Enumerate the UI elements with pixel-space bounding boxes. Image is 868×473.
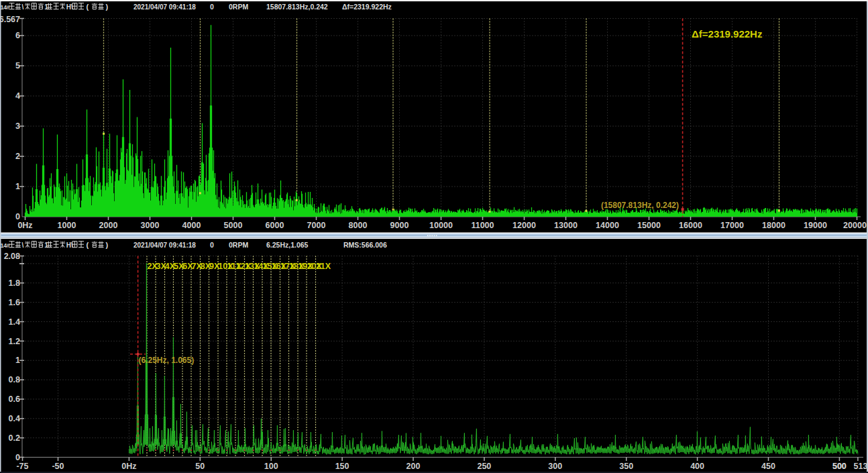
svg-text:11000: 11000 — [471, 221, 494, 230]
svg-text:3000: 3000 — [141, 221, 160, 230]
svg-text:(: ( — [87, 241, 89, 249]
svg-text:2021/04/07 09:41:18: 2021/04/07 09:41:18 — [133, 242, 196, 249]
svg-text:3: 3 — [15, 121, 20, 131]
svg-text:0.6: 0.6 — [9, 395, 20, 404]
svg-text:0.8: 0.8 — [9, 375, 20, 384]
svg-text:18000: 18000 — [762, 221, 785, 230]
svg-text:1: 1 — [44, 3, 48, 11]
svg-text:): ) — [106, 241, 109, 249]
svg-text:100: 100 — [264, 462, 278, 471]
svg-text:12000: 12000 — [512, 221, 536, 230]
svg-text:350: 350 — [619, 462, 633, 471]
svg-text:500: 500 — [832, 462, 847, 471]
svg-text:400: 400 — [690, 462, 704, 471]
svg-text:0Hz: 0Hz — [121, 462, 136, 471]
svg-text:4: 4 — [15, 91, 20, 101]
svg-text:0.2: 0.2 — [9, 433, 20, 443]
svg-text:513: 513 — [854, 462, 868, 471]
svg-text:5: 5 — [15, 61, 20, 70]
svg-text:0RPM: 0RPM — [229, 3, 248, 11]
svg-text:-50: -50 — [52, 462, 64, 471]
svg-text:0: 0 — [15, 453, 20, 462]
svg-text:2.08: 2.08 — [4, 252, 20, 261]
svg-text:17000: 17000 — [720, 221, 744, 230]
svg-text:2021/04/07 09:41:18: 2021/04/07 09:41:18 — [133, 3, 196, 11]
svg-text:9000: 9000 — [390, 221, 409, 230]
svg-text:1: 1 — [15, 182, 20, 191]
svg-text:\: \ — [22, 3, 24, 11]
svg-text:2000: 2000 — [99, 221, 118, 230]
svg-text:1: 1 — [44, 242, 48, 249]
svg-text:1000: 1000 — [58, 221, 76, 230]
svg-text:10000: 10000 — [429, 221, 453, 230]
svg-text:2: 2 — [15, 152, 20, 161]
svg-text:): ) — [106, 3, 109, 11]
svg-text:150: 150 — [335, 462, 349, 471]
svg-text:20000: 20000 — [843, 221, 867, 230]
svg-text:-75: -75 — [16, 462, 28, 471]
svg-text:300: 300 — [548, 462, 562, 471]
svg-text:8000: 8000 — [349, 221, 368, 230]
svg-text:5000: 5000 — [224, 221, 243, 230]
svg-text:6: 6 — [15, 31, 20, 40]
svg-text:7000: 7000 — [307, 221, 326, 230]
svg-text:0.4: 0.4 — [9, 414, 20, 423]
svg-text:14#: 14# — [1, 242, 10, 249]
svg-text:0RPM: 0RPM — [229, 241, 248, 249]
svg-text:13000: 13000 — [554, 221, 578, 230]
svg-text:15000: 15000 — [637, 221, 661, 230]
svg-text:6000: 6000 — [266, 221, 284, 230]
svg-text:Δf=2319.922Hz: Δf=2319.922Hz — [692, 28, 762, 40]
svg-text:1.6: 1.6 — [9, 298, 20, 307]
svg-text:14#: 14# — [1, 4, 10, 11]
svg-text:21X: 21X — [316, 262, 331, 271]
svg-text:450: 450 — [761, 462, 775, 471]
svg-text:1: 1 — [15, 356, 20, 365]
svg-text:1.2: 1.2 — [9, 337, 20, 346]
svg-text:250: 250 — [477, 462, 491, 471]
svg-text:\: \ — [22, 242, 24, 249]
svg-text:50: 50 — [195, 462, 205, 471]
svg-text:(6.25Hz, 1.065): (6.25Hz, 1.065) — [139, 356, 195, 365]
svg-text:14000: 14000 — [596, 221, 619, 230]
svg-text:16000: 16000 — [679, 221, 702, 230]
svg-text:H\: H\ — [66, 242, 73, 249]
svg-text:1.4: 1.4 — [9, 317, 20, 327]
svg-text:15807.813Hz,0.242: 15807.813Hz,0.242 — [266, 3, 328, 11]
svg-text:6.25Hz,1.065: 6.25Hz,1.065 — [266, 241, 309, 249]
svg-text:(15807.813Hz, 0.242): (15807.813Hz, 0.242) — [601, 201, 679, 210]
svg-text:4000: 4000 — [182, 221, 201, 230]
svg-text:Δf=2319.922Hz: Δf=2319.922Hz — [342, 3, 392, 11]
svg-text:1.8: 1.8 — [9, 278, 20, 288]
svg-text:0: 0 — [210, 241, 214, 249]
svg-text:200: 200 — [406, 462, 421, 471]
svg-text:0Hz: 0Hz — [17, 221, 32, 230]
svg-text:19000: 19000 — [804, 221, 827, 230]
svg-text:RMS:566.006: RMS:566.006 — [343, 241, 387, 249]
svg-text:H\: H\ — [66, 3, 73, 11]
svg-text:0: 0 — [210, 3, 214, 11]
svg-text:(: ( — [87, 3, 89, 11]
svg-text:6.567: 6.567 — [0, 15, 20, 24]
